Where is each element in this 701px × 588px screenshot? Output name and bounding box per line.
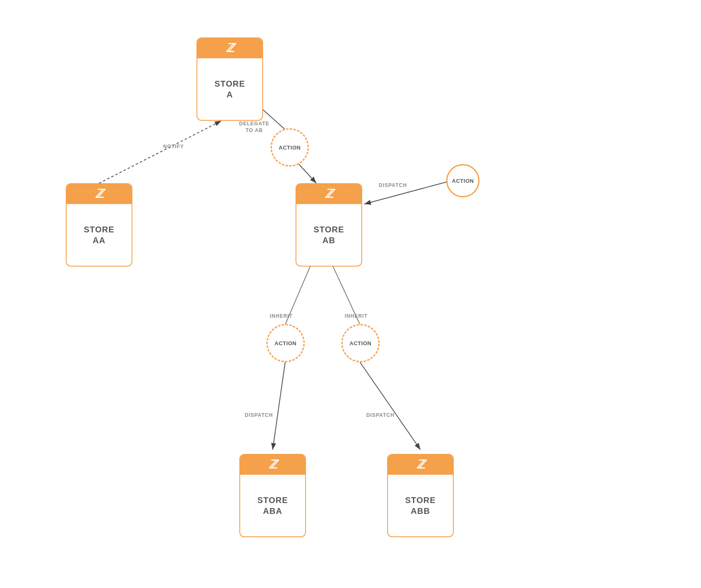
action-delegate-ab-label: ACTION [279,145,301,151]
store-a: ℤ STOREA [196,37,263,121]
action-delegate-ab: ACTION [271,128,309,167]
store-aa-label: STOREAA [84,224,114,246]
action-inherit-left-label: ACTION [275,340,297,346]
store-abb-label: STOREABB [405,495,436,516]
label-dispatch-right: DISPATCH [366,412,395,418]
store-a-header: ℤ [197,38,262,58]
store-aba-icon: ℤ [268,459,277,471]
store-a-label: STOREA [214,78,245,100]
svg-line-2 [99,121,221,183]
label-inherit-right: INHERIT [345,313,368,319]
action-inherit-right-label: ACTION [350,340,372,346]
store-ab: ℤ STOREAB [296,183,362,267]
label-dispatch-1: DISPATCH [379,182,407,188]
store-abb: ℤ STOREABB [387,454,454,537]
action-inherit-right: ACTION [341,324,380,362]
store-a-icon: ℤ [226,42,234,54]
store-aa: ℤ STOREAA [66,183,132,267]
store-abb-header: ℤ [388,455,453,475]
label-notify: NOTIFY [163,144,184,149]
store-abb-icon: ℤ [416,459,425,471]
store-ab-header: ℤ [296,184,361,204]
label-dispatch-left: DISPATCH [245,412,273,418]
store-aba-header: ℤ [240,455,305,475]
store-abb-body: STOREABB [388,475,453,536]
diagram: ℤ STOREA ℤ STOREAA ℤ STOREAB ℤ STOREABA [0,0,701,588]
store-a-body: STOREA [197,58,262,120]
store-ab-icon: ℤ [325,188,333,200]
connections-svg [0,0,701,588]
store-aba: ℤ STOREABA [239,454,306,537]
store-aba-body: STOREABA [240,475,305,536]
store-aa-icon: ℤ [95,188,104,200]
action-inherit-left: ACTION [266,324,305,362]
store-ab-label: STOREAB [313,224,344,246]
svg-line-8 [273,362,285,450]
store-aba-label: STOREABA [257,495,288,516]
store-ab-body: STOREAB [296,204,361,266]
action-dispatch-ab-label: ACTION [452,178,474,184]
store-aa-header: ℤ [67,184,132,204]
label-inherit-left: INHERIT [270,313,293,319]
action-dispatch-ab: ACTION [446,164,480,197]
store-aa-body: STOREAA [67,204,132,266]
label-delegate-to-ab: DELEGATETO AB [239,121,269,134]
svg-line-9 [360,362,420,450]
